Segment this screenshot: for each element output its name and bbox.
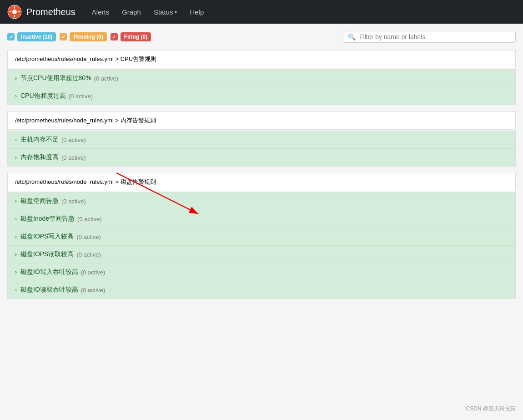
nav-graph[interactable]: Graph [116,5,146,20]
svg-rect-2 [14,6,15,9]
rule-disk-6-count: (0 active) [81,287,105,293]
rule-mem-2-name: 内存饱和度高 [20,153,59,162]
cpu-path: /etc/prometheus/rules/node_rules.yml [15,56,114,62]
section-disk: /etc/prometheus/rules/node_rules.yml > 磁… [7,173,516,299]
navbar: Prometheus Alerts Graph Status ▾ Help [0,0,523,24]
checkbox-inactive[interactable]: ✓ [7,33,15,40]
app-title: Prometheus [26,7,75,17]
nav-help[interactable]: Help [184,5,209,20]
section-cpu: /etc/prometheus/rules/node_rules.yml > C… [7,50,516,105]
mem-rules: › 主机内存不足 (0 active) › 内存饱和度高 (0 active) [7,131,516,167]
chevron-icon: › [15,287,17,293]
nav-status[interactable]: Status ▾ [148,5,183,20]
chevron-icon: › [15,216,17,222]
rule-disk-3-name: 磁盘IOPS写入较高 [20,233,74,241]
svg-rect-4 [9,11,11,12]
rule-mem-1-name: 主机内存不足 [20,136,59,144]
rule-mem-2[interactable]: › 内存饱和度高 (0 active) [8,149,515,166]
chevron-icon: › [15,154,17,161]
sections-container: /etc/prometheus/rules/node_rules.yml > C… [7,50,516,299]
disk-path-row: /etc/prometheus/rules/node_rules.yml > 磁… [7,173,516,191]
nav-links: Alerts Graph Status ▾ Help [86,5,209,20]
checkbox-pending[interactable]: ✓ [60,33,67,40]
badge-inactive[interactable]: ✓ Inactive (10) [7,32,56,41]
checkbox-firing[interactable]: ✓ [111,33,118,40]
chevron-icon: › [15,233,17,240]
label-firing: Firing (0) [121,32,151,41]
rule-disk-4-count: (0 active) [76,251,101,258]
disk-arrow: > [115,178,120,185]
disk-path: /etc/prometheus/rules/node_rules.yml [15,178,114,185]
cpu-group-name: CPU告警规则 [121,56,156,62]
svg-rect-5 [18,11,20,12]
badge-firing[interactable]: ✓ Firing (0) [111,32,151,41]
chevron-icon: › [15,75,17,81]
label-inactive: Inactive (10) [17,32,56,41]
cpu-rules: › 节点CPU使用率超过80% (0 active) › CPU饱和度过高 (0… [7,69,516,105]
disk-rules: › 磁盘空间告急 (0 active) › 磁盘Inode空间告急 (0 act… [7,192,516,299]
rule-mem-1-count: (0 active) [61,137,85,143]
search-icon: 🔍 [348,33,356,40]
mem-path: /etc/prometheus/rules/node_rules.yml [15,117,114,124]
svg-rect-3 [14,15,15,17]
rule-disk-5-name: 磁盘IO写入吞吐较高 [20,268,78,276]
rule-disk-2[interactable]: › 磁盘Inode空间告急 (0 active) [8,210,515,228]
nav-alerts[interactable]: Alerts [86,5,115,20]
rule-disk-5-count: (0 active) [81,269,105,276]
cpu-arrow: > [115,56,120,62]
brand: Prometheus [7,5,75,19]
rule-cpu-2-count: (0 active) [69,93,93,100]
section-memory: /etc/prometheus/rules/node_rules.yml > 内… [7,111,516,167]
filter-badges: ✓ Inactive (10) ✓ Pending (0) ✓ Firing (… [7,32,151,41]
rule-cpu-2-name: CPU饱和度过高 [20,92,66,100]
rule-disk-5[interactable]: › 磁盘IO写入吞吐较高 (0 active) [8,263,515,281]
chevron-icon: › [15,269,17,275]
mem-group-name: 内存告警规则 [121,117,156,124]
rule-disk-1-count: (0 active) [61,198,85,205]
rule-disk-3[interactable]: › 磁盘IOPS写入较高 (0 active) [8,228,515,246]
chevron-icon: › [15,137,17,143]
cpu-path-row: /etc/prometheus/rules/node_rules.yml > C… [7,50,516,68]
rule-disk-6-name: 磁盘IO读取吞吐较高 [20,286,78,294]
chevron-icon: › [15,93,17,99]
rule-disk-6[interactable]: › 磁盘IO读取吞吐较高 (0 active) [8,281,515,299]
badge-pending[interactable]: ✓ Pending (0) [60,32,106,41]
status-caret-icon: ▾ [175,10,177,15]
chevron-icon: › [15,251,17,258]
chevron-icon: › [15,198,17,204]
search-input[interactable] [359,33,511,40]
rule-mem-2-count: (0 active) [61,154,85,161]
rule-disk-2-count: (0 active) [77,216,101,223]
prometheus-logo [7,5,22,19]
rule-disk-1-name: 磁盘空间告急 [20,197,59,205]
svg-point-1 [12,10,17,14]
rule-cpu-1-count: (0 active) [94,75,118,82]
rule-disk-4[interactable]: › 磁盘IOPS读取较高 (0 active) [8,246,515,263]
main-content: ✓ Inactive (10) ✓ Pending (0) ✓ Firing (… [0,24,523,307]
rule-disk-3-count: (0 active) [76,233,101,240]
mem-arrow: > [115,117,120,124]
rule-cpu-2[interactable]: › CPU饱和度过高 (0 active) [8,87,515,105]
search-box[interactable]: 🔍 [343,31,516,43]
rule-cpu-1-name: 节点CPU使用率超过80% [20,74,91,82]
label-pending: Pending (0) [70,32,106,41]
rule-disk-1[interactable]: › 磁盘空间告急 (0 active) [8,192,515,210]
rule-mem-1[interactable]: › 主机内存不足 (0 active) [8,131,515,149]
rule-disk-4-name: 磁盘IOPS读取较高 [20,250,74,258]
rule-disk-2-name: 磁盘Inode空间告急 [20,215,75,223]
filter-bar: ✓ Inactive (10) ✓ Pending (0) ✓ Firing (… [7,31,516,43]
rule-cpu-1[interactable]: › 节点CPU使用率超过80% (0 active) [8,70,515,87]
mem-path-row: /etc/prometheus/rules/node_rules.yml > 内… [7,111,516,130]
disk-group-name: 磁盘告警规则 [121,178,156,185]
